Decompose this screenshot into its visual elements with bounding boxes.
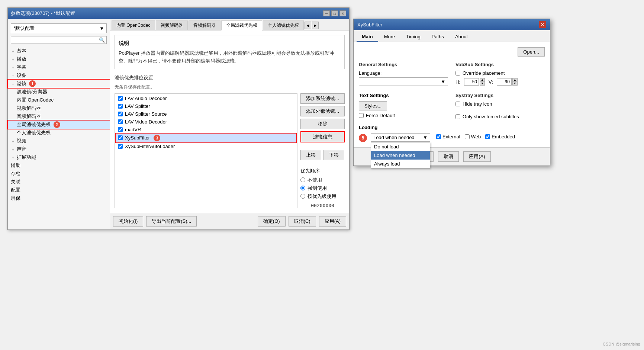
external-checkbox-item[interactable]: External — [436, 134, 460, 139]
tree-item-audio[interactable]: ＋ 声音 — [8, 145, 110, 153]
override-placement-checkbox[interactable] — [455, 71, 460, 76]
filter-checkbox-madvr[interactable] — [118, 127, 123, 132]
filter-item-lav-audio[interactable]: LAV Audio Decoder — [116, 94, 296, 102]
option-always-load[interactable]: Always load — [371, 160, 430, 168]
close-button[interactable]: ✕ — [339, 10, 346, 16]
tree-item-video[interactable]: ＋ 视频 — [8, 137, 110, 145]
search-input[interactable] — [11, 36, 97, 44]
only-forced-label: Only show forced subtitles — [463, 114, 519, 119]
filter-info-button[interactable]: 滤镜信息 — [300, 131, 345, 142]
radio-input-priority-use[interactable] — [300, 194, 305, 199]
tree-item-play[interactable]: ＋ 播放 — [8, 55, 110, 63]
override-placement-row[interactable]: Override placement — [455, 70, 545, 76]
tab-global-filter[interactable]: 全局滤镜优先权 — [221, 20, 262, 30]
tree-item-audio-decoder[interactable]: 音频解码器 — [8, 112, 110, 121]
dialog-close-button[interactable]: ✕ — [539, 21, 546, 28]
open-button[interactable]: Open... — [518, 47, 545, 57]
tree-item-global-filter[interactable]: 全局滤镜优先权 2 — [8, 121, 110, 129]
web-checkbox-item[interactable]: Web — [465, 134, 481, 139]
filter-checkbox-lav-splitter-source[interactable] — [118, 112, 123, 116]
styles-button[interactable]: Styles... — [359, 101, 387, 110]
option-load-when-needed[interactable]: Load when needed — [371, 151, 430, 160]
tab-nav-prev[interactable]: ◀ — [305, 22, 311, 29]
embedded-checkbox-item[interactable]: Embedded — [485, 134, 515, 139]
add-system-filter-button[interactable]: 添加系统滤镜... — [300, 93, 345, 104]
dialog-tab-about[interactable]: About — [450, 32, 473, 42]
dialog-apply-button[interactable]: 应用(A) — [463, 151, 490, 162]
init-button[interactable]: 初始化(I) — [113, 216, 143, 227]
radio-no-use[interactable]: 不使用 — [300, 177, 345, 183]
tree-item-relate[interactable]: 关联 — [8, 178, 110, 186]
radio-priority-use[interactable]: 按优先级使用 — [300, 193, 345, 200]
embedded-checkbox[interactable] — [485, 134, 490, 139]
dialog-tab-main[interactable]: Main — [357, 32, 378, 42]
tree-item-subtitle[interactable]: ＋ 字幕 — [8, 63, 110, 71]
force-default-checkbox[interactable] — [359, 113, 364, 118]
filter-checkbox-xysubfilter[interactable] — [118, 135, 123, 140]
tab-audio-codec[interactable]: 音频解码器 — [189, 20, 220, 30]
force-default-row[interactable]: Force Default — [359, 113, 448, 118]
hide-tray-icon-row[interactable]: Hide tray icon — [455, 101, 545, 107]
radio-force-use[interactable]: 强制使用 — [300, 185, 345, 192]
filter-item-lav-splitter-source[interactable]: LAV Splitter Source — [116, 110, 296, 118]
tab-video-codec[interactable]: 视频解码器 — [156, 20, 188, 30]
minimize-button[interactable]: ─ — [323, 10, 330, 16]
ok-button[interactable]: 确定(O) — [258, 216, 286, 227]
filter-item-madvr[interactable]: madVR — [116, 126, 296, 134]
h-spin-up[interactable]: ▲ — [480, 78, 485, 82]
radio-input-no-use[interactable] — [300, 177, 305, 182]
tree-item-filter[interactable]: － 滤镜 1 — [8, 80, 110, 88]
tab-builtin[interactable]: 内置 OpenCodec — [112, 20, 155, 30]
add-external-filter-button[interactable]: 添加外部滤镜... — [300, 106, 345, 116]
embedded-label: Embedded — [492, 134, 515, 139]
tree-item-extend[interactable]: ＋ 扩展功能 — [8, 153, 110, 161]
tree-item-video-decoder[interactable]: 视频解码器 — [8, 104, 110, 112]
tree-item-archive[interactable]: 存档 — [8, 170, 110, 178]
tree-label: 屏保 — [11, 195, 20, 201]
tree-item-personal-filter[interactable]: 个人滤镜优先权 — [8, 129, 110, 137]
v-value-input[interactable] — [497, 78, 512, 86]
dialog-tab-more[interactable]: More — [379, 32, 400, 42]
tree-item-basic[interactable]: ＋ 基本 — [8, 47, 110, 55]
filter-checkbox-lav-video[interactable] — [118, 119, 123, 124]
filter-item-xysubfilter[interactable]: XySubFilter 3 — [116, 134, 296, 142]
tree-item-config[interactable]: 配置 — [8, 186, 110, 194]
dialog-cancel-button[interactable]: 取消 — [438, 151, 459, 162]
config-dropdown[interactable]: *默认配置 ▼ — [11, 23, 107, 33]
option-do-not-load[interactable]: Do not load — [371, 142, 430, 151]
maximize-button[interactable]: □ — [331, 10, 338, 16]
filter-item-lav-splitter[interactable]: LAV Splitter — [116, 102, 296, 110]
tab-personal-filter[interactable]: 个人滤镜优先权 — [263, 20, 304, 30]
tree-item-builtin[interactable]: 内置 OpenCodec — [8, 96, 110, 104]
tree-item-source-filter[interactable]: 源滤镜/分离器 — [8, 88, 110, 96]
loading-dropdown[interactable]: Load when needed ▼ — [371, 133, 430, 142]
dialog-tab-timing[interactable]: Timing — [401, 32, 426, 42]
v-spin-down[interactable]: ▼ — [512, 82, 518, 86]
tree-item-screensaver[interactable]: 屏保 — [8, 194, 110, 202]
dialog-tab-paths[interactable]: Paths — [426, 32, 449, 42]
language-dropdown[interactable]: ▼ — [359, 77, 448, 86]
cancel-button[interactable]: 取消(C) — [289, 216, 316, 227]
tab-nav-next[interactable]: ▶ — [312, 22, 319, 29]
export-button[interactable]: 导出当前配置(S)... — [146, 216, 197, 227]
filter-item-xysubfilter-autoloader[interactable]: XySubFilterAutoLoader — [116, 142, 296, 150]
h-spin-down[interactable]: ▼ — [480, 82, 485, 86]
move-down-button[interactable]: 下移 — [323, 150, 344, 160]
tree-item-assist[interactable]: 辅助 — [8, 161, 110, 170]
filter-checkbox-lav-splitter[interactable] — [118, 104, 123, 109]
apply-button[interactable]: 应用(A) — [319, 216, 346, 227]
web-checkbox[interactable] — [465, 134, 470, 139]
only-forced-checkbox[interactable] — [455, 114, 460, 119]
title-bar: 参数选项(230707) - *默认配置 ─ □ ✕ — [8, 8, 349, 19]
v-spin-up[interactable]: ▲ — [512, 78, 518, 82]
hide-tray-icon-checkbox[interactable] — [455, 102, 460, 106]
radio-input-force-use[interactable] — [300, 186, 305, 190]
move-up-button[interactable]: 上移 — [300, 150, 321, 160]
h-value-input[interactable] — [464, 78, 479, 86]
tree-item-device[interactable]: ＋ 设备 — [8, 71, 110, 80]
remove-filter-button[interactable]: 移除 — [300, 119, 345, 129]
filter-item-lav-video[interactable]: LAV Video Decoder — [116, 118, 296, 126]
external-checkbox[interactable] — [436, 134, 441, 139]
filter-checkbox-lav-audio[interactable] — [118, 96, 123, 101]
filter-checkbox-xysubfilter-autoloader[interactable] — [118, 144, 123, 149]
